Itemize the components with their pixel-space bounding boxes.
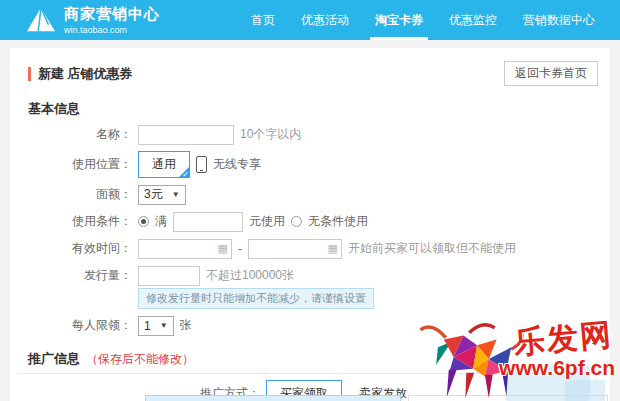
row-name: 名称： 10个字以内 [10, 124, 610, 145]
issue-count-hint: 不超过100000张 [206, 267, 294, 284]
condition-threshold-suffix: 元使用 [249, 213, 285, 230]
chevron-down-icon: ▼ [160, 321, 168, 330]
nav-data-center[interactable]: 营销数据中心 [510, 0, 608, 40]
cutoff-panel-box [408, 395, 608, 401]
name-input[interactable] [138, 125, 234, 145]
row-issue-count: 发行量： 不超过100000张 [10, 265, 610, 286]
title-accent-bar [28, 67, 31, 81]
condition-label: 使用条件： [10, 213, 132, 230]
issue-count-tooltip-row: 修改发行量时只能增加不能减少，请谨慎设置 [10, 288, 610, 309]
row-denomination: 面额： 3元 ▼ [10, 184, 610, 205]
nav-home[interactable]: 首页 [238, 0, 288, 40]
issue-count-label: 发行量： [10, 267, 132, 284]
condition-threshold-prefix: 满 [155, 213, 167, 230]
row-valid-time: 有效时间： ▦ - ▦ 开始前买家可以领取但不能使用 [10, 238, 610, 259]
date-separator: - [238, 242, 242, 256]
section-divider [18, 373, 602, 374]
nav-monitor[interactable]: 优惠监控 [436, 0, 510, 40]
denomination-select[interactable]: 3元 ▼ [138, 185, 186, 205]
app-title: 商家营销中心 [64, 5, 160, 24]
issue-count-tooltip: 修改发行量时只能增加不能减少，请谨慎设置 [138, 288, 374, 309]
main-nav: 首页 优惠活动 淘宝卡券 优惠监控 营销数据中心 [238, 0, 608, 40]
nav-promotions[interactable]: 优惠活动 [288, 0, 362, 40]
position-general-button[interactable]: 通用 ✓ [138, 151, 190, 178]
limit-label: 每人限领： [10, 317, 132, 334]
promo-info-heading: 推广信息 （保存后不能修改） [28, 350, 610, 368]
limit-unit: 张 [180, 317, 192, 334]
content-panel: 新建 店铺优惠券 返回卡券首页 基本信息 名称： 10个字以内 使用位置： 通用… [10, 48, 610, 401]
app-logo[interactable]: 商家营销中心 win.taobao.com [26, 5, 160, 35]
page-title: 新建 店铺优惠券 [38, 65, 133, 83]
valid-time-note: 开始前买家可以领取但不能使用 [348, 240, 516, 257]
titlebar: 新建 店铺优惠券 返回卡券首页 [10, 48, 610, 86]
chevron-down-icon: ▼ [172, 190, 180, 199]
name-hint: 10个字以内 [240, 126, 301, 143]
condition-none-radio[interactable] [291, 216, 302, 227]
app-subtitle: win.taobao.com [64, 25, 160, 35]
row-per-person-limit: 每人限领： 1 ▼ 张 [10, 315, 610, 336]
start-date-input[interactable] [138, 239, 232, 259]
denomination-label: 面额： [10, 186, 132, 203]
condition-none-label: 无条件使用 [308, 213, 368, 230]
row-condition: 使用条件： 满 元使用 无条件使用 [10, 211, 610, 232]
limit-select[interactable]: 1 ▼ [138, 316, 174, 336]
valid-time-label: 有效时间： [10, 240, 132, 257]
active-tab-underline [370, 37, 428, 40]
end-date-input[interactable] [248, 239, 342, 259]
position-label: 使用位置： [10, 156, 132, 173]
condition-threshold-radio[interactable] [138, 216, 149, 227]
win-triangle-icon [26, 6, 56, 34]
position-wireless-option[interactable]: 无线专享 [213, 156, 261, 173]
cutoff-tooltip-box [145, 395, 401, 401]
promo-immutable-note: （保存后不能修改） [86, 351, 194, 368]
issue-count-input[interactable] [138, 266, 200, 286]
top-header: 商家营销中心 win.taobao.com 首页 优惠活动 淘宝卡券 优惠监控 … [0, 0, 620, 40]
mobile-phone-icon [196, 156, 207, 173]
name-label: 名称： [10, 126, 132, 143]
check-icon: ✓ [182, 171, 189, 179]
nav-taobao-cards[interactable]: 淘宝卡券 [362, 0, 436, 40]
coupon-form: 名称： 10个字以内 使用位置： 通用 ✓ 无线专享 面额： [10, 124, 610, 401]
back-to-cards-button[interactable]: 返回卡券首页 [504, 61, 598, 86]
condition-amount-input[interactable] [173, 212, 243, 232]
basic-info-heading: 基本信息 [28, 100, 610, 118]
row-position: 使用位置： 通用 ✓ 无线专享 [10, 151, 610, 178]
